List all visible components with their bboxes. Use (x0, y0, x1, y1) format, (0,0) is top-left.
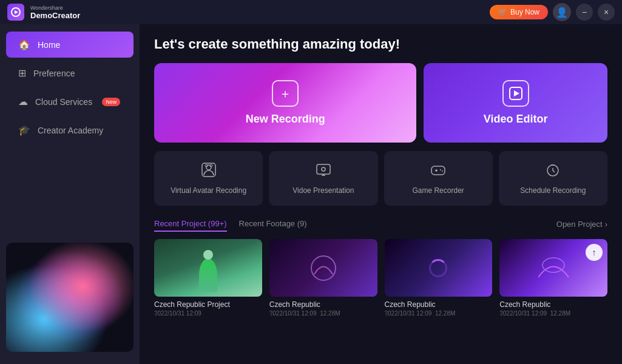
close-button[interactable]: × (598, 4, 615, 21)
home-icon: 🏠 (18, 39, 30, 50)
chevron-right-icon: › (605, 220, 607, 229)
svg-line-19 (553, 170, 555, 172)
sidebar-label-preference: Preference (33, 69, 75, 78)
project-thumb-1 (154, 239, 262, 297)
brand-top: Wondershare (30, 5, 80, 11)
project-name-1: Czech Republic Project (154, 300, 262, 309)
tab-recent-project[interactable]: Recent Project (99+) (154, 217, 227, 232)
schedule-recording-label: Schedule Recording (520, 186, 586, 195)
sidebar-item-preference[interactable]: ⊞ Preference (6, 60, 134, 86)
title-bar: Wondershare DemoCreator 🛒 Buy Now 👤 − × (0, 0, 622, 24)
feature-cards: Virtual Avatar Recoding Vidoe Presentati… (154, 151, 607, 206)
project-name-2: Czech Republic (269, 300, 377, 309)
new-recording-label: New Recording (246, 113, 325, 126)
page-title: Let's create something amazing today! (154, 36, 607, 52)
video-editor-card[interactable]: Video Editor (424, 63, 607, 143)
content-area: Let's create something amazing today! ＋ … (140, 24, 622, 364)
project-grid: Czech Republic Project 2022/10/31 12:09 … (154, 239, 607, 317)
sidebar-label-academy: Creator Academy (38, 126, 103, 135)
svg-rect-8 (317, 164, 330, 174)
cart-icon: 🛒 (498, 8, 507, 16)
logo-icon (7, 4, 24, 21)
loading-spinner (429, 259, 447, 277)
video-presentation-label: Vidoe Presentation (292, 186, 354, 195)
project-meta-4: 2022/10/31 12:09 12.28M (499, 310, 607, 317)
main-layout: 🏠 Home ⊞ Preference ☁ Cloud Services New… (0, 24, 622, 364)
preference-icon: ⊞ (18, 67, 26, 79)
open-project-link[interactable]: Open Project › (556, 220, 607, 229)
video-presentation-card[interactable]: Vidoe Presentation (269, 151, 377, 206)
svg-rect-12 (431, 166, 445, 175)
game-recorder-icon (430, 162, 446, 181)
project-name-4: Czech Republic (499, 300, 607, 309)
sidebar-thumbnail-image (6, 243, 134, 352)
sidebar-label-home: Home (38, 40, 60, 50)
project-overlay-2 (269, 239, 377, 297)
upload-button[interactable]: ↑ (586, 244, 603, 261)
project-thumb-3 (385, 239, 493, 297)
svg-point-5 (206, 165, 211, 170)
tab-recent-footage[interactable]: Recent Footage (9) (239, 217, 307, 232)
sidebar-item-creator-academy[interactable]: 🎓 Creator Academy (6, 117, 134, 143)
video-editor-label: Video Editor (484, 113, 548, 126)
project-card-2[interactable]: Czech Republic 2022/10/31 12:09 12.28M (269, 239, 377, 317)
project-meta-2: 2022/10/31 12:09 12.28M (269, 310, 377, 317)
svg-point-15 (440, 169, 441, 170)
upload-icon: ↑ (592, 248, 597, 257)
title-bar-controls: 🛒 Buy Now 👤 − × (490, 3, 615, 21)
sidebar-thumbnail (6, 243, 134, 352)
sidebar-label-cloud: Cloud Services (35, 97, 92, 107)
cloud-icon: ☁ (18, 96, 28, 107)
academy-icon: 🎓 (18, 124, 30, 136)
svg-point-21 (311, 256, 336, 280)
recent-tabs: Recent Project (99+) Recent Footage (9) (154, 217, 319, 232)
account-button[interactable]: 👤 (553, 3, 571, 21)
account-icon: 👤 (556, 7, 568, 18)
project-meta-3: 2022/10/31 12:09 12.28M (385, 310, 493, 317)
new-recording-icon: ＋ (272, 80, 299, 107)
logo-text: Wondershare DemoCreator (30, 5, 80, 20)
project-thumb-4: ↑ (499, 239, 607, 297)
game-recorder-label: Game Recorder (412, 186, 464, 195)
video-presentation-icon (316, 162, 331, 181)
virtual-avatar-card[interactable]: Virtual Avatar Recoding (154, 151, 263, 206)
svg-marker-1 (15, 10, 18, 14)
sidebar-item-home[interactable]: 🏠 Home (6, 32, 134, 58)
svg-point-9 (322, 167, 325, 171)
recent-header: Recent Project (99+) Recent Footage (9) … (154, 217, 607, 232)
minimize-button[interactable]: − (576, 4, 593, 21)
project-meta-1: 2022/10/31 12:09 (154, 310, 262, 317)
buy-now-button[interactable]: 🛒 Buy Now (490, 5, 548, 19)
schedule-recording-card[interactable]: Schedule Recording (499, 151, 607, 206)
logo: Wondershare DemoCreator (7, 4, 80, 21)
new-recording-card[interactable]: ＋ New Recording (154, 63, 416, 143)
sidebar: 🏠 Home ⊞ Preference ☁ Cloud Services New… (0, 24, 140, 364)
project-card-1[interactable]: Czech Republic Project 2022/10/31 12:09 (154, 239, 262, 317)
project-card-4[interactable]: ↑ Czech Republic 2022/10/31 12:09 12.28M (499, 239, 607, 317)
svg-point-22 (543, 258, 564, 272)
project-thumb-2 (269, 239, 377, 297)
new-badge: New (102, 98, 120, 106)
project-name-3: Czech Republic (385, 300, 493, 309)
svg-marker-3 (514, 90, 519, 96)
hero-cards: ＋ New Recording Video Editor (154, 63, 607, 143)
project-card-3[interactable]: Czech Republic 2022/10/31 12:09 12.28M (385, 239, 493, 317)
virtual-avatar-label: Virtual Avatar Recoding (171, 186, 246, 195)
svg-point-16 (442, 170, 443, 172)
schedule-recording-icon (545, 162, 561, 181)
brand-bottom: DemoCreator (30, 11, 80, 20)
game-recorder-card[interactable]: Game Recorder (384, 151, 493, 206)
sidebar-item-cloud-services[interactable]: ☁ Cloud Services New (6, 89, 134, 115)
virtual-avatar-icon (201, 162, 217, 181)
video-editor-icon (502, 80, 529, 107)
